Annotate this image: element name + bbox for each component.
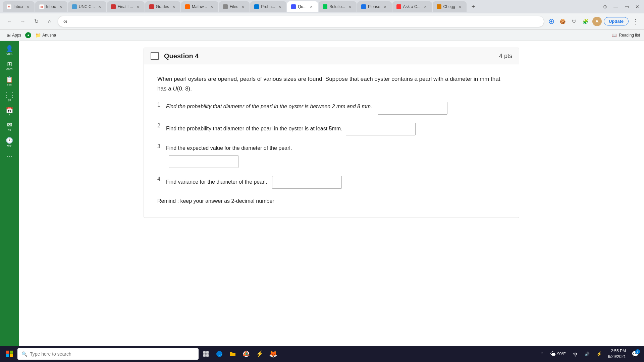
tab-final[interactable]: Final L... ✕ [107,1,145,12]
tab-close-final[interactable]: ✕ [135,4,141,9]
profile-icon[interactable]: ⊕ [601,3,609,11]
tab-favicon-final [111,4,116,9]
tab-close-proba[interactable]: ✕ [277,4,282,9]
notification-center-button[interactable]: 💬 3 [629,348,641,360]
sq4-num: 4. [157,176,164,182]
tab-mathway[interactable]: Mathw... ✕ [181,1,218,12]
anusha-folder[interactable]: 📁 Anusha [33,32,59,39]
svg-rect-5 [10,354,13,357]
extensions-icon[interactable]: 🧩 [581,17,590,26]
sq2-input[interactable] [346,123,416,135]
sidebar-calendar-label: 5 [9,114,10,117]
tab-label-chegg: Chegg [443,4,455,9]
sidebar-item-more[interactable]: ⋯ [1,151,17,161]
start-button[interactable] [3,347,16,361]
tab-inbox2[interactable]: M Inbox ✕ [35,1,67,12]
task-view-button[interactable] [200,348,212,360]
sidebar-item-inbox[interactable]: ✉ ox [1,120,17,134]
cookie-icon[interactable]: 🍪 [558,17,568,26]
tab-favicon-proba [254,4,259,9]
close-button[interactable]: ✕ [633,3,641,11]
tab-close-quizlet[interactable]: ✕ [309,4,314,9]
new-tab-button[interactable]: + [469,2,478,11]
tab-close-inbox1[interactable]: ✕ [25,4,31,9]
sidebar-item-history[interactable]: 🕐 ory [1,135,17,149]
weather-widget[interactable]: 🌥 90°F [548,350,568,358]
green-dot-icon[interactable]: ● [25,32,31,38]
edge-icon [216,351,223,357]
tab-favicon-quizlet [291,4,296,9]
volume-icon[interactable]: 🔊 [582,350,592,358]
back-button[interactable]: ← [4,16,15,27]
question-title: Question 4 [164,52,199,60]
minimize-button[interactable]: — [612,3,620,11]
reading-list-button[interactable]: 📖 Reading list [612,33,640,38]
tab-label-proba: Proba... [261,4,275,9]
network-icon[interactable] [570,350,581,358]
tab-quizlet[interactable]: Qu... ✕ [287,1,318,12]
firefox-taskbar-icon[interactable]: 🦊 [267,348,279,360]
update-button[interactable]: Update [604,17,629,25]
tab-proba[interactable]: Proba... ✕ [250,1,286,12]
time-display[interactable]: 2:55 PM 6/29/2021 [606,348,628,360]
power-icon[interactable]: ⚡ [594,350,605,358]
apps-label: Apps [12,33,21,38]
taskbar-search-bar[interactable]: 🔍 [17,348,199,360]
sidebar-item-apps[interactable]: ⋮⋮ ps [1,90,17,104]
tab-close-solutions[interactable]: ✕ [347,4,353,9]
history-icon: 🕐 [6,137,13,143]
tab-close-chegg[interactable]: ✕ [457,4,463,9]
sq3-input[interactable] [169,155,238,168]
tab-label-please: Please [368,4,380,9]
tab-close-files[interactable]: ✕ [240,4,246,9]
tab-unc[interactable]: UNC C... ✕ [68,1,106,12]
apps-button[interactable]: ⊞ Apps [4,32,24,39]
tab-close-grades[interactable]: ✕ [171,4,176,9]
powerbi-taskbar-icon[interactable]: ⚡ [254,348,266,360]
chevron-up-icon[interactable]: ⌃ [538,350,546,358]
tab-close-mathway[interactable]: ✕ [209,4,214,9]
tab-favicon-gmail2: M [39,4,44,9]
maximize-button[interactable]: ▭ [623,3,631,11]
url-input[interactable]: G [58,16,544,27]
tab-solutions[interactable]: Solutio... ✕ [319,1,357,12]
tab-inbox1[interactable]: M Inbox ✕ [3,1,35,12]
browser-menu-icon[interactable]: ⋮ [631,17,640,26]
sidebar-item-account[interactable]: 👤 ount [1,44,17,58]
taskbar: 🔍 ⚡ 🦊 [0,346,644,362]
tab-ask[interactable]: Ask a C... ✕ [392,1,432,12]
sq1-input[interactable] [378,102,447,115]
tab-please[interactable]: Please ✕ [357,1,392,12]
sub-question-4: 4. Find variance for the diameter of the… [157,176,505,189]
calendar-icon: 📅 [6,107,13,113]
shield-icon[interactable]: 🛡 [570,17,579,26]
tab-close-please[interactable]: ✕ [382,4,388,9]
tab-files[interactable]: Files ✕ [219,1,250,12]
sidebar-item-calendar[interactable]: 📅 5 [1,105,17,119]
reload-button[interactable]: ↻ [31,16,42,27]
question-checkbox[interactable] [151,52,159,60]
tab-grades[interactable]: Grades ✕ [145,1,180,12]
profile-avatar[interactable]: A [592,17,602,26]
tab-favicon-gmail1: M [7,4,11,9]
tab-chegg[interactable]: Chegg ✕ [433,1,467,12]
tab-close-inbox2[interactable]: ✕ [58,4,63,9]
search-input[interactable] [30,351,184,357]
home-button[interactable]: ⌂ [44,16,55,27]
question-body: When pearl oysters are opened, pearls of… [144,64,519,218]
tab-close-ask[interactable]: ✕ [423,4,428,9]
edge-taskbar-icon[interactable] [213,348,225,360]
sidebar-item-classes[interactable]: 📋 ses [1,74,17,88]
chrome-taskbar-icon[interactable] [240,348,252,360]
tab-close-unc[interactable]: ✕ [97,4,102,9]
left-sidebar: 👤 ount ⊞ oard 📋 ses ⋮⋮ ps 📅 5 ✉ ox 🕐 ory… [0,41,19,346]
tab-favicon-mathway [185,4,190,9]
sidebar-item-dashboard[interactable]: ⊞ oard [1,59,17,73]
sq4-input[interactable] [272,176,342,189]
tab-favicon-please [361,4,366,9]
cloud-icon: 🌥 [550,351,556,357]
forward-button[interactable]: → [17,16,28,27]
google-lens-icon[interactable] [547,17,556,26]
tab-label-quizlet: Qu... [298,4,307,9]
file-explorer-icon[interactable] [227,348,239,360]
